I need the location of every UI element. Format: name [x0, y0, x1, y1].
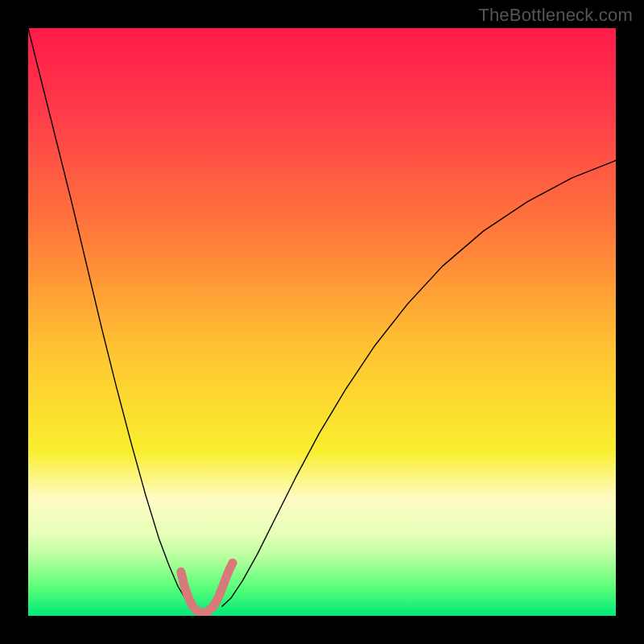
chart-plot-area — [28, 28, 616, 616]
watermark-text: TheBottleneck.com — [478, 5, 633, 26]
chart-background — [28, 28, 616, 616]
chart-svg — [28, 28, 616, 616]
